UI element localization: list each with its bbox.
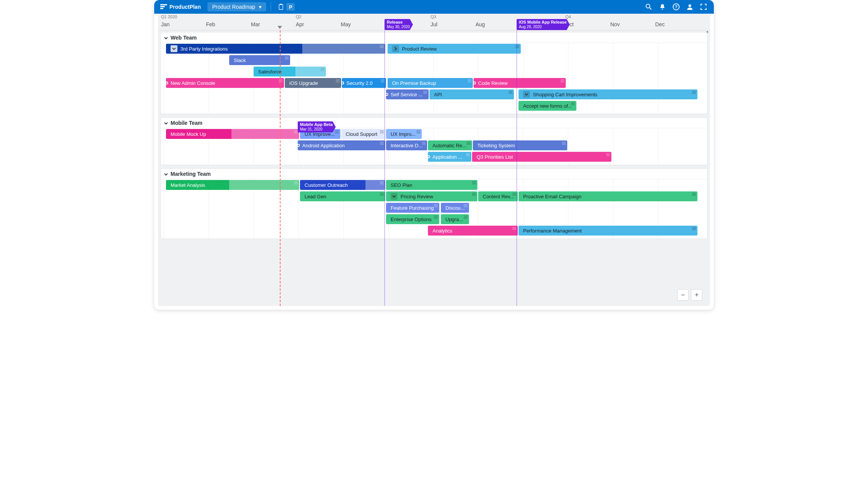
search-icon[interactable] bbox=[645, 3, 652, 10]
roadmap-bar[interactable]: API bbox=[429, 89, 514, 99]
user-icon[interactable] bbox=[686, 3, 693, 10]
milestone-marker[interactable]: ReleaseMay 30, 2020 bbox=[385, 19, 413, 30]
roadmap-bar[interactable]: Cloud Support bbox=[341, 129, 385, 139]
roadmap-bar[interactable]: iOS Upgrade bbox=[285, 78, 341, 88]
roadmap-bar[interactable]: Mobile Mock Up bbox=[166, 129, 299, 139]
roadmap-canvas[interactable]: ◂ Q1 2020Q2Q3Q4JanFebMarAprMayJunJulAugS… bbox=[158, 14, 710, 306]
month-label[interactable]: Jul bbox=[431, 21, 437, 27]
grip-icon bbox=[515, 45, 519, 48]
clipboard-button[interactable] bbox=[276, 2, 286, 12]
roadmap-bar[interactable]: Self Service ... bbox=[386, 89, 429, 99]
grip-icon bbox=[381, 80, 385, 83]
lane-header[interactable]: Marketing Team bbox=[161, 169, 707, 179]
roadmap-bar[interactable]: Feature Purchasing bbox=[386, 203, 439, 213]
parking-lot-button[interactable]: P bbox=[286, 3, 295, 11]
roadmap-bar[interactable]: Upgra... bbox=[441, 214, 469, 224]
roadmap-bar[interactable]: Slack bbox=[229, 55, 290, 65]
roadmap-bar[interactable]: Salesforce bbox=[254, 67, 326, 76]
expand-icon[interactable] bbox=[392, 45, 399, 52]
brand[interactable]: ProductPlan bbox=[157, 4, 204, 10]
roadmap-bar[interactable]: Android Application bbox=[298, 140, 385, 150]
progress-shade bbox=[302, 44, 385, 54]
grip-icon bbox=[464, 216, 468, 219]
roadmap-bar[interactable]: 3rd Party Integrations bbox=[166, 44, 385, 54]
grip-icon bbox=[380, 131, 384, 134]
roadmap-bar[interactable]: Accept new forms of... bbox=[519, 101, 576, 111]
bar-label: iOS Upgrade bbox=[289, 80, 318, 86]
roadmap-bar[interactable]: Analytics bbox=[428, 226, 518, 236]
lane-row: Market AnalysisCustomer OutreachSEO Plan bbox=[161, 179, 707, 191]
roadmap-selector[interactable]: Product Roadmap ▾ bbox=[207, 2, 266, 11]
svg-rect-1 bbox=[160, 6, 165, 7]
roadmap-bar[interactable]: Automatic Re... bbox=[428, 140, 472, 150]
grip-icon bbox=[692, 193, 696, 196]
roadmap-bar[interactable]: Shopping Cart Improvements bbox=[519, 89, 697, 99]
zoom-in-button[interactable]: + bbox=[691, 289, 702, 301]
roadmap-bar[interactable]: Interactive D... bbox=[386, 140, 427, 150]
grip-icon bbox=[512, 227, 516, 230]
roadmap-bar[interactable]: Product Review bbox=[388, 44, 521, 54]
roadmap-bar[interactable]: Lead Gen bbox=[300, 191, 385, 201]
roadmap-bar[interactable]: Customer Outreach bbox=[300, 180, 385, 190]
lane-body: Mobile Mock UpUX Improve...Cloud Support… bbox=[161, 128, 707, 165]
roadmap-bar[interactable]: Performance Management bbox=[519, 226, 697, 236]
bell-icon[interactable] bbox=[659, 3, 666, 10]
lane: Marketing TeamMarket AnalysisCustomer Ou… bbox=[160, 168, 708, 239]
comment-icon[interactable] bbox=[520, 44, 521, 48]
roadmap-bar[interactable]: New Admin Console bbox=[166, 78, 284, 88]
roadmap-bar[interactable]: Market Analysis bbox=[166, 180, 299, 190]
zoom-out-button[interactable]: − bbox=[677, 289, 689, 301]
roadmap-bar[interactable]: Code Review bbox=[474, 78, 566, 88]
month-label[interactable]: Mar bbox=[251, 21, 260, 27]
grip-icon bbox=[692, 227, 696, 230]
grip-icon bbox=[512, 193, 516, 196]
month-label[interactable]: Nov bbox=[610, 21, 620, 27]
expand-icon[interactable] bbox=[523, 91, 530, 98]
roadmap-bar[interactable]: Content Rev... bbox=[478, 191, 518, 201]
fullscreen-icon[interactable] bbox=[700, 3, 707, 10]
svg-point-10 bbox=[689, 5, 691, 7]
roadmap-bar[interactable]: UX Impro... bbox=[386, 129, 422, 139]
grip-icon bbox=[468, 80, 471, 83]
bar-label: Content Rev... bbox=[483, 194, 514, 199]
milestone-marker[interactable]: iOS Mobile App ReleaseAug 28, 2020 bbox=[517, 19, 570, 30]
comment-icon[interactable] bbox=[385, 140, 385, 145]
bar-label: Q3 Priorities List bbox=[477, 154, 513, 160]
milestone-marker[interactable]: Mobile App BetaMar 31, 2020 bbox=[298, 121, 336, 132]
roadmap-bar[interactable]: Application ... bbox=[428, 152, 471, 162]
help-icon[interactable]: ? bbox=[673, 3, 680, 10]
svg-rect-2 bbox=[160, 8, 163, 9]
lane: Mobile TeamMobile Mock UpUX Improve...Cl… bbox=[160, 117, 708, 165]
grip-icon bbox=[279, 80, 282, 83]
lane-header[interactable]: Web Team bbox=[161, 32, 707, 43]
month-label[interactable]: Apr bbox=[296, 21, 304, 27]
expand-icon[interactable] bbox=[171, 45, 177, 52]
lane-row: Enterprise OptionsUpgra... bbox=[161, 213, 707, 225]
month-label[interactable]: Aug bbox=[475, 21, 485, 27]
roadmap-bar[interactable]: Discou... bbox=[441, 203, 469, 213]
roadmap-bar[interactable]: Q3 Priorities List bbox=[472, 152, 611, 162]
month-label[interactable]: Dec bbox=[655, 21, 665, 27]
lane-title: Mobile Team bbox=[171, 120, 203, 126]
month-label[interactable]: Feb bbox=[206, 21, 215, 27]
roadmap-bar[interactable]: Ticketing System bbox=[473, 140, 567, 150]
roadmap-bar[interactable]: Enterprise Options bbox=[386, 214, 439, 224]
bar-label: New Admin Console bbox=[171, 80, 215, 86]
grip-icon bbox=[467, 142, 471, 145]
app-window: ProductPlan Product Roadmap ▾ P ? ◂ Q1 2… bbox=[154, 0, 714, 310]
roadmap-bar[interactable]: SEO Plan bbox=[386, 180, 477, 190]
chevron-down-icon: ▾ bbox=[259, 4, 262, 10]
month-label[interactable]: Jan bbox=[161, 21, 170, 27]
grip-icon bbox=[416, 131, 420, 134]
grip-icon bbox=[466, 153, 470, 156]
roadmap-bar[interactable]: Security 2.0 bbox=[342, 78, 386, 88]
month-label[interactable]: May bbox=[341, 21, 351, 27]
lane-row: AnalyticsPerformance Management bbox=[161, 225, 707, 236]
roadmap-bar[interactable]: Proactive Email Campaign bbox=[519, 191, 697, 201]
roadmap-bar[interactable]: Pricing Review bbox=[386, 191, 477, 201]
bar-label: Android Application bbox=[302, 143, 345, 148]
bar-label: Discou... bbox=[445, 205, 465, 211]
lane-header[interactable]: Mobile Team bbox=[161, 118, 707, 128]
expand-icon[interactable] bbox=[391, 193, 397, 200]
roadmap-bar[interactable]: On Premise Backup bbox=[388, 78, 473, 88]
